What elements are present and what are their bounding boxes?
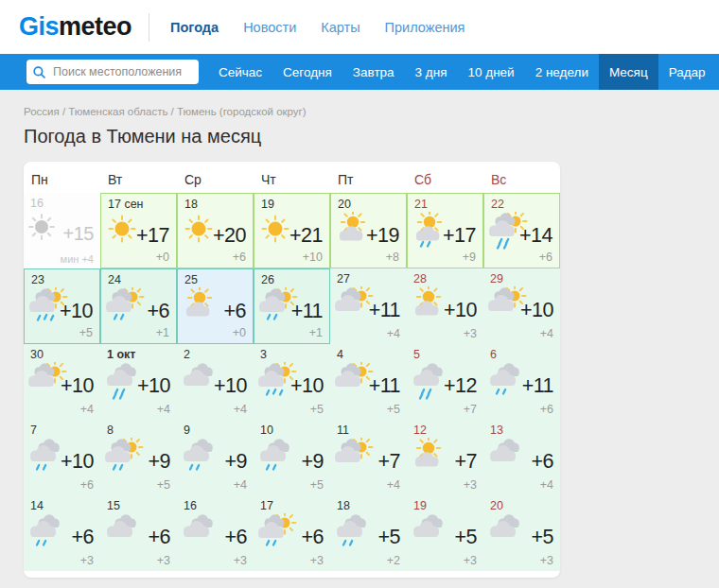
temp-min: +5 (310, 403, 324, 416)
day-cell-19[interactable]: 19+21+10 (254, 193, 330, 268)
tab-label: Завтра (353, 65, 395, 79)
day-cell-10[interactable]: 10+9+5 (254, 420, 330, 495)
tab-2weeks[interactable]: 2 недели (525, 54, 599, 90)
temp-max: +7 (454, 450, 477, 474)
tab-radar[interactable]: Радар (658, 54, 716, 90)
dow-label-Сб: Сб (407, 172, 483, 187)
date-label: 13 (490, 424, 503, 437)
temp-max: +12 (444, 374, 477, 398)
temp-min: +1 (156, 326, 169, 339)
temp-min: +3 (80, 554, 94, 567)
day-cell-30[interactable]: 30+10+4 (24, 344, 100, 420)
date-label: 7 (30, 424, 37, 437)
day-cell-13[interactable]: 13+6+4 (483, 420, 560, 495)
calendar-grid: 16+15мин +417 сен+17+018+20+619+21+1020+… (24, 193, 560, 571)
day-cell-24[interactable]: 24+6+1 (100, 268, 177, 344)
temp-min: +3 (540, 554, 553, 567)
day-cell-3[interactable]: 3+10+5 (254, 344, 330, 420)
day-cell-27[interactable]: 27+11+4 (330, 268, 407, 344)
sun-cloud-icon (409, 438, 452, 476)
temp-min: +4 (80, 403, 94, 416)
nav-link-apps[interactable]: Приложения (385, 20, 465, 35)
day-cell-1-окт[interactable]: 1 окт+10+4 (100, 344, 177, 420)
temp-min: +4 (234, 403, 247, 416)
day-cell-12[interactable]: 12+7+3 (407, 420, 483, 495)
day-cell-11[interactable]: 11+7+4 (330, 420, 407, 495)
cloud-icon (485, 513, 529, 551)
day-cell-20[interactable]: 20+5+3 (483, 495, 560, 571)
day-cell-2[interactable]: 2+10+4 (177, 344, 254, 420)
day-cell-15[interactable]: 15+6+3 (100, 495, 177, 571)
breadcrumb[interactable]: Россия / Тюменская область / Тюмень (гор… (24, 106, 719, 117)
temp-max: +6 (224, 526, 247, 549)
tab-tomorrow[interactable]: Завтра (342, 54, 405, 90)
day-cell-20[interactable]: 20+19+8 (330, 193, 407, 268)
tab-more[interactable]: Ещё▾ (716, 54, 719, 90)
dow-label-Вт: Вт (100, 172, 177, 187)
temp-max: +10 (60, 300, 93, 323)
date-label: 12 (413, 424, 427, 437)
nav-link-maps[interactable]: Карты (321, 20, 360, 35)
forecast-tabs: СейчасСегодняЗавтра3 дня10 дней2 неделиМ… (208, 54, 719, 90)
temp-max: +11 (291, 300, 323, 323)
day-cell-29[interactable]: 29+10+4 (483, 268, 560, 344)
temp-min: +5 (157, 478, 170, 492)
tab-now[interactable]: Сейчас (208, 54, 272, 90)
site-header: Gismeteo ПогодаНовостиКартыПриложения (0, 0, 719, 54)
day-cell-7[interactable]: 7+10+6 (24, 420, 100, 495)
temp-max: +5 (377, 526, 400, 549)
day-cell-23[interactable]: 23+10+5 (24, 268, 100, 344)
day-cell-18[interactable]: 18+5+2 (330, 495, 407, 571)
temp-max: +5 (531, 526, 553, 549)
search-box[interactable] (26, 60, 199, 84)
day-cell-22[interactable]: 22+14+6 (483, 193, 560, 268)
temp-max: +9 (224, 450, 247, 474)
day-cell-4[interactable]: 4+11+5 (330, 344, 407, 420)
day-cell-16[interactable]: 16+15мин +4 (24, 193, 100, 268)
date-label: 30 (30, 348, 44, 361)
day-cell-17-сен[interactable]: 17 сен+17+0 (100, 193, 177, 268)
day-cell-26[interactable]: 26+11+1 (254, 268, 330, 344)
tab-month[interactable]: Месяц (599, 54, 658, 90)
day-cell-8[interactable]: 8+9+5 (100, 420, 177, 495)
search-input[interactable] (51, 64, 192, 79)
day-cell-28[interactable]: 28+10+3 (407, 268, 483, 344)
date-label: 16 (184, 499, 197, 512)
day-cell-14[interactable]: 14+6+3 (24, 495, 100, 571)
temp-max: +5 (454, 526, 477, 549)
cloud-rain-icon (332, 513, 376, 551)
temp-min: +4 (157, 403, 170, 416)
date-label: 25 (184, 273, 198, 286)
temp-max: +10 (137, 374, 170, 398)
dow-label-Ср: Ср (177, 172, 254, 187)
tab-today[interactable]: Сегодня (272, 54, 342, 90)
day-cell-17[interactable]: 17+6+3 (254, 495, 330, 571)
logo-part-meteo: meteo (59, 12, 132, 41)
temp-min: +4 (234, 478, 247, 492)
temp-max: +14 (519, 224, 552, 248)
temp-min: +6 (80, 478, 94, 492)
tab-label: 2 недели (535, 65, 588, 79)
day-cell-6[interactable]: 6+11+6 (483, 344, 560, 420)
day-cell-16[interactable]: 16+6+3 (177, 495, 254, 571)
day-cell-5[interactable]: 5+12+7 (407, 344, 483, 420)
day-cell-18[interactable]: 18+20+6 (177, 193, 254, 268)
day-cell-25[interactable]: 25+6+0 (177, 268, 254, 344)
temp-min: +0 (156, 251, 169, 264)
day-cell-9[interactable]: 9+9+4 (177, 420, 254, 495)
logo-part-gis: Gis (19, 12, 59, 41)
tab-3days[interactable]: 3 дня (405, 54, 458, 90)
toolbar: СейчасСегодняЗавтра3 дня10 дней2 неделиМ… (0, 54, 719, 90)
cloud-sun-icon (332, 438, 376, 476)
temp-min: +5 (79, 326, 93, 339)
day-cell-21[interactable]: 21+17+9 (407, 193, 483, 268)
gismeteo-logo[interactable]: Gismeteo (19, 12, 132, 42)
temp-max: +17 (136, 224, 169, 248)
nav-link-weather[interactable]: Погода (170, 20, 219, 35)
temp-max: +20 (213, 224, 246, 248)
tab-10days[interactable]: 10 дней (458, 54, 525, 90)
nav-link-news[interactable]: Новости (243, 20, 296, 35)
temp-max: +9 (301, 450, 324, 474)
temp-min: +4 (540, 478, 553, 492)
day-cell-19[interactable]: 19+5+3 (407, 495, 483, 571)
